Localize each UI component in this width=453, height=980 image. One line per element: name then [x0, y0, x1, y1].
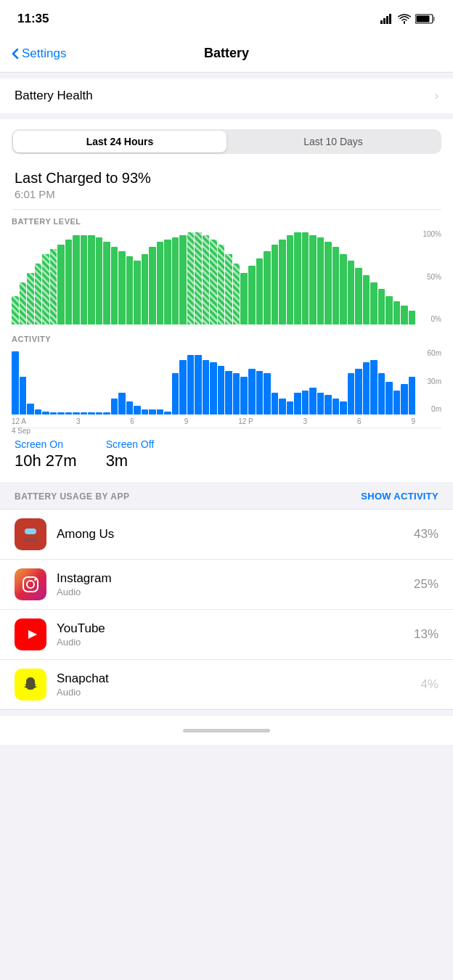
- svg-rect-5: [433, 17, 436, 21]
- activity-bar-14: [118, 393, 126, 415]
- youtube-sub: Audio: [57, 637, 404, 648]
- app-row-youtube[interactable]: YouTube Audio 13%: [0, 610, 453, 660]
- youtube-info: YouTube Audio: [57, 621, 404, 648]
- activity-bar-40: [317, 393, 325, 415]
- battery-bar-45: [355, 268, 362, 324]
- battery-bar-51: [401, 306, 408, 324]
- svg-rect-0: [380, 20, 383, 24]
- instagram-sub: Audio: [57, 587, 404, 597]
- battery-bar-21: [172, 237, 179, 324]
- battery-bar-36: [287, 235, 294, 325]
- battery-bar-31: [248, 266, 256, 324]
- battery-y-100: 100%: [423, 230, 441, 238]
- battery-bar-11: [96, 237, 103, 324]
- activity-bar-52: [409, 377, 415, 415]
- battery-bar-28: [225, 254, 232, 325]
- activity-bar-11: [96, 412, 103, 415]
- date-label: 4 Sep: [12, 427, 441, 435]
- activity-bar-35: [279, 399, 286, 415]
- activity-bar-30: [240, 377, 248, 415]
- battery-level-label: BATTERY LEVEL: [12, 217, 441, 226]
- among-us-svg: [20, 522, 41, 547]
- last-charged-title: Last Charged to 93%: [15, 170, 438, 187]
- battery-bar-6: [57, 245, 65, 325]
- among-us-pct: 43%: [414, 527, 438, 542]
- chevron-right-icon: ›: [435, 89, 438, 102]
- app-row-snapchat[interactable]: Snapchat Audio 4%: [0, 660, 453, 709]
- show-activity-button[interactable]: SHOW ACTIVITY: [361, 491, 438, 502]
- activity-y-60m: 60m: [428, 349, 441, 357]
- battery-bar-38: [302, 232, 309, 324]
- instagram-pct: 25%: [414, 577, 438, 592]
- activity-bar-31: [248, 369, 256, 415]
- activity-bar-43: [340, 401, 347, 415]
- battery-bar-14: [118, 251, 126, 324]
- wifi-icon: [398, 14, 411, 24]
- activity-bar-15: [126, 401, 134, 415]
- svg-rect-1: [383, 18, 385, 24]
- screen-on-group: Screen On 10h 27m: [15, 438, 77, 470]
- segment-last-24h[interactable]: Last 24 Hours: [13, 131, 226, 152]
- activity-bar-7: [65, 412, 73, 415]
- screen-off-value: 3m: [106, 452, 155, 470]
- activity-bar-13: [111, 399, 118, 415]
- activity-bar-1: [20, 377, 27, 415]
- battery-bar-52: [409, 311, 415, 325]
- x-label-9b: 9: [411, 417, 415, 425]
- battery-bar-9: [81, 235, 88, 325]
- activity-bar-8: [73, 412, 80, 415]
- battery-bar-1: [20, 282, 27, 325]
- activity-bar-5: [50, 412, 57, 415]
- activity-bar-42: [332, 399, 340, 415]
- activity-bar-24: [195, 355, 202, 415]
- activity-bar-17: [142, 409, 149, 415]
- x-label-6: 6: [130, 417, 134, 425]
- last-charged-section: Last Charged to 93% 6:01 PM: [12, 166, 441, 209]
- activity-bar-10: [88, 412, 95, 415]
- app-list: Among Us 43% Instagram Audio 25% YouTube…: [0, 509, 453, 710]
- among-us-info: Among Us: [57, 527, 404, 542]
- app-row-instagram[interactable]: Instagram Audio 25%: [0, 560, 453, 610]
- battery-bar-46: [363, 275, 370, 324]
- back-button[interactable]: Settings: [12, 46, 66, 61]
- segment-last-10d[interactable]: Last 10 Days: [226, 131, 440, 152]
- battery-health-label: Battery Health: [15, 89, 93, 103]
- svg-rect-2: [386, 16, 388, 24]
- screen-stats: Screen On 10h 27m Screen Off 3m: [12, 428, 441, 482]
- activity-bar-32: [256, 371, 264, 415]
- activity-y-30m: 30m: [428, 377, 441, 385]
- snapchat-pct: 4%: [420, 677, 438, 692]
- x-label-6b: 6: [357, 417, 362, 425]
- x-label-9: 9: [184, 417, 189, 425]
- svg-rect-3: [389, 14, 391, 24]
- battery-bar-48: [378, 289, 385, 324]
- battery-bar-4: [42, 254, 49, 325]
- battery-bar-32: [256, 258, 264, 324]
- activity-bar-48: [378, 373, 385, 415]
- home-indicator-area: [0, 716, 453, 745]
- battery-bar-2: [27, 273, 34, 325]
- activity-bar-38: [302, 391, 309, 415]
- last-charged-time: 6:01 PM: [15, 188, 438, 200]
- back-label: Settings: [22, 46, 66, 61]
- youtube-svg: [21, 627, 40, 642]
- battery-bar-30: [240, 273, 248, 325]
- status-bar: 11:35: [0, 0, 453, 35]
- battery-health-row[interactable]: Battery Health ›: [0, 78, 453, 113]
- battery-bar-7: [65, 240, 73, 324]
- battery-bar-20: [164, 240, 171, 324]
- snapchat-info: Snapchat Audio: [57, 671, 410, 698]
- battery-y-50: 50%: [427, 273, 441, 281]
- activity-bar-37: [294, 393, 301, 415]
- activity-bar-50: [393, 391, 401, 415]
- battery-bar-8: [73, 235, 80, 325]
- battery-bar-24: [195, 232, 202, 324]
- snapchat-sub: Audio: [57, 687, 410, 698]
- snapchat-name: Snapchat: [57, 671, 410, 686]
- svg-point-15: [34, 579, 36, 581]
- activity-bar-27: [218, 366, 225, 415]
- screen-on-label: Screen On: [15, 438, 77, 450]
- home-indicator-bar: [183, 729, 270, 732]
- battery-bar-44: [348, 261, 355, 324]
- app-row-among-us[interactable]: Among Us 43%: [0, 510, 453, 560]
